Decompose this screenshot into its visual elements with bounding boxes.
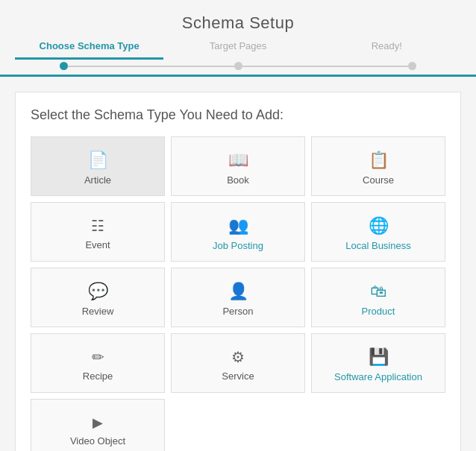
page-title: Schema Setup — [182, 0, 294, 40]
schema-label-product: Product — [362, 306, 395, 317]
product-icon: 🛍 — [370, 282, 386, 301]
schema-item-event[interactable]: ☷ Event — [31, 202, 165, 262]
schema-item-software-application[interactable]: 💾 Software Application — [311, 333, 445, 393]
book-icon: 📖 — [228, 151, 248, 170]
stepper: Choose Schema Type Target Pages Ready! — [0, 40, 476, 77]
main-content: Select the Schema Type You Need to Add: … — [15, 92, 461, 451]
schema-label-book: Book — [227, 174, 249, 186]
schema-item-recipe[interactable]: ✏ Recipe — [31, 333, 165, 393]
schema-item-article[interactable]: 📄 Article — [31, 136, 165, 196]
step-connector-1 — [68, 66, 234, 67]
step-tab-target-pages[interactable]: Target Pages — [163, 40, 312, 57]
section-title: Select the Schema Type You Need to Add: — [31, 107, 445, 123]
job-posting-icon: 👥 — [228, 216, 248, 236]
software-application-icon: 💾 — [369, 347, 389, 367]
schema-label-review: Review — [82, 306, 114, 317]
schema-label-course: Course — [363, 174, 394, 186]
schema-label-person: Person — [222, 306, 253, 317]
schema-label-software-application: Software Application — [334, 371, 422, 382]
schema-item-local-business[interactable]: 🌐 Local Business — [311, 202, 445, 262]
schema-item-product[interactable]: 🛍 Product — [311, 268, 445, 327]
schema-label-video-object: Video Object — [70, 435, 125, 447]
step-connector-2 — [242, 66, 409, 67]
schema-label-article: Article — [84, 174, 111, 186]
schema-label-job-posting: Job Posting — [213, 240, 263, 251]
schema-item-book[interactable]: 📖 Book — [171, 136, 305, 196]
schema-item-video-object[interactable]: ▶ Video Object — [31, 399, 165, 451]
review-icon: 💬 — [88, 282, 108, 301]
schema-label-event: Event — [85, 239, 110, 250]
schema-item-service[interactable]: ⚙ Service — [171, 333, 305, 393]
schema-item-person[interactable]: 👤 Person — [171, 268, 305, 327]
schema-item-course[interactable]: 📋 Course — [311, 136, 445, 196]
schema-label-service: Service — [222, 370, 254, 382]
schema-grid: 📄 Article 📖 Book 📋 Course ☷ Event 👥 Job … — [31, 136, 445, 451]
schema-label-local-business: Local Business — [345, 240, 410, 251]
service-icon: ⚙ — [231, 348, 245, 366]
local-business-icon: 🌐 — [369, 216, 389, 236]
schema-item-job-posting[interactable]: 👥 Job Posting — [171, 202, 305, 262]
person-icon: 👤 — [228, 282, 248, 301]
schema-label-recipe: Recipe — [83, 370, 113, 382]
article-icon: 📄 — [88, 151, 108, 170]
event-icon: ☷ — [91, 217, 104, 235]
step-tab-ready[interactable]: Ready! — [313, 40, 461, 57]
step-tab-choose-schema[interactable]: Choose Schema Type — [15, 40, 163, 57]
step-dot-3 — [408, 62, 416, 70]
step-dot-2 — [234, 62, 242, 70]
recipe-icon: ✏ — [92, 348, 104, 366]
step-dot-1 — [60, 62, 68, 70]
course-icon: 📋 — [369, 151, 389, 170]
video-object-icon: ▶ — [93, 414, 103, 431]
schema-item-review[interactable]: 💬 Review — [31, 268, 165, 327]
